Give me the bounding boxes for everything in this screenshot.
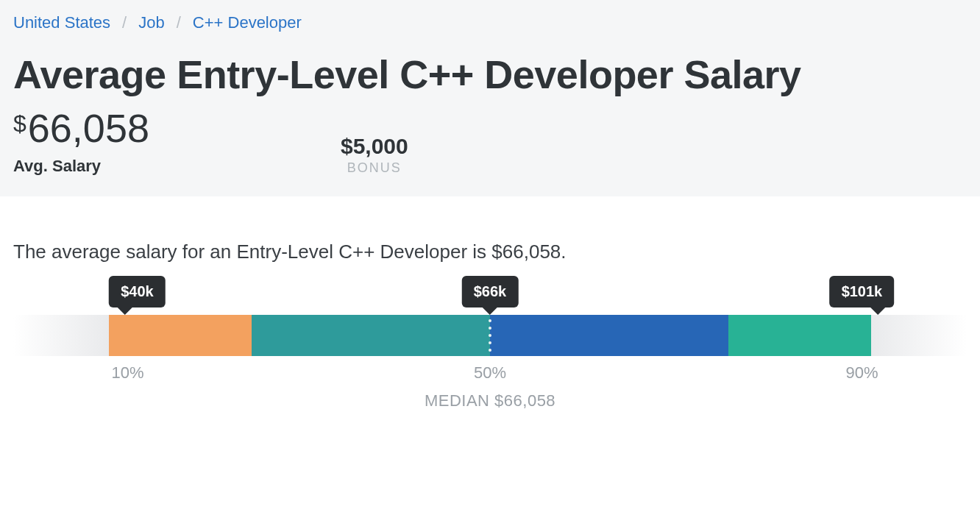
breadcrumb-country[interactable]: United States xyxy=(13,13,110,32)
axis-label-p10: 10% xyxy=(111,363,143,383)
bonus-label: BONUS xyxy=(341,160,408,176)
tooltip-p90: $101k xyxy=(830,276,895,307)
breadcrumb-separator: / xyxy=(177,13,181,32)
bonus-block: $5,000 BONUS xyxy=(341,134,408,176)
segment-below-10 xyxy=(13,315,109,356)
median-marker xyxy=(489,315,491,356)
currency-symbol: $ xyxy=(13,112,26,137)
header: United States / Job / C++ Developer Aver… xyxy=(0,0,980,196)
bonus-amount: $5,000 xyxy=(341,134,408,159)
tooltip-p50: $66k xyxy=(462,276,519,307)
distribution-bar xyxy=(13,315,967,356)
avg-salary-block: $ 66,058 Avg. Salary xyxy=(13,107,149,176)
segment-50-75 xyxy=(490,315,728,356)
tooltip-p10: $40k xyxy=(109,276,166,307)
segment-75-90 xyxy=(728,315,871,356)
axis-label-p50: 50% xyxy=(474,363,506,383)
avg-salary-label: Avg. Salary xyxy=(13,157,149,176)
breadcrumb-job[interactable]: C++ Developer xyxy=(193,13,302,32)
salary-number: 66,058 xyxy=(28,107,149,149)
breadcrumb-middle[interactable]: Job xyxy=(138,13,164,32)
median-label: MEDIAN $66,058 xyxy=(425,391,555,410)
page-title: Average Entry-Level C++ Developer Salary xyxy=(13,51,967,97)
segment-10-25 xyxy=(109,315,252,356)
segment-above-90 xyxy=(871,315,967,356)
body: The average salary for an Entry-Level C+… xyxy=(0,196,980,356)
axis-label-p90: 90% xyxy=(845,363,878,383)
avg-salary-amount: $ 66,058 xyxy=(13,107,149,149)
breadcrumb-separator: / xyxy=(122,13,127,32)
segment-25-50 xyxy=(252,315,490,356)
breadcrumb: United States / Job / C++ Developer xyxy=(13,13,967,32)
salary-distribution-chart: $40k $66k $101k 10% 50% 90% MEDIAN $66,0… xyxy=(13,315,967,356)
salary-row: $ 66,058 Avg. Salary $5,000 BONUS xyxy=(13,107,967,176)
salary-description: The average salary for an Entry-Level C+… xyxy=(13,241,967,263)
